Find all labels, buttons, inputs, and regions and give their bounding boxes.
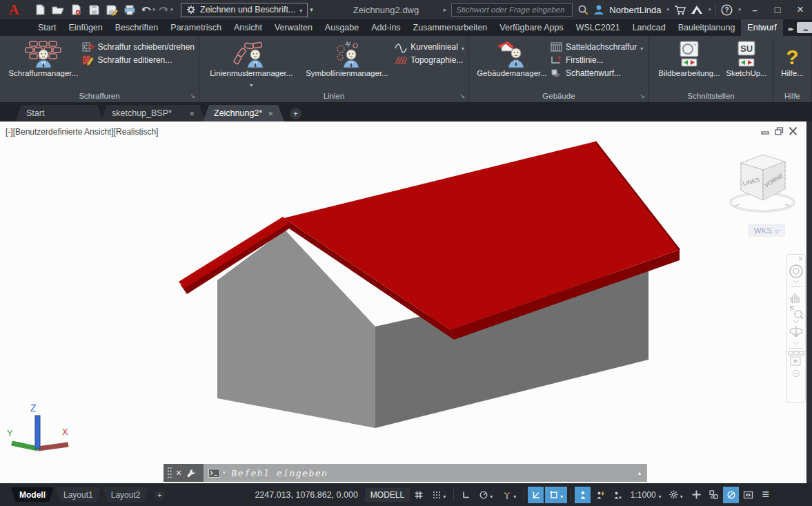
object-snap-button[interactable] bbox=[545, 487, 567, 503]
navbar-collapse-icon[interactable] bbox=[792, 369, 800, 378]
schraffuren-dialog-launcher-icon[interactable] bbox=[190, 90, 195, 101]
navigation-bar[interactable] bbox=[786, 254, 806, 403]
wcs-dropdown[interactable]: WKS bbox=[748, 224, 785, 237]
new-file-button[interactable] bbox=[32, 2, 48, 17]
object-snap-tracking-button[interactable] bbox=[528, 487, 544, 503]
gebaeudemanager-button[interactable]: Gebäudemanager... bbox=[473, 37, 551, 90]
viewport-minimize-icon[interactable] bbox=[761, 127, 770, 135]
bildbearbeitung-button[interactable]: Bildbearbeitung... bbox=[653, 37, 725, 90]
schraffur-move-rotate-button[interactable]: Schraffur schieben/drehen bbox=[82, 40, 195, 53]
zoom-icon[interactable] bbox=[789, 304, 804, 320]
cart-icon[interactable] bbox=[674, 5, 686, 15]
ribbon-tab-zusammenarbeiten[interactable]: Zusammenarbeiten bbox=[407, 19, 494, 36]
ribbon-tab-start[interactable]: Start bbox=[32, 19, 62, 36]
linienmustermanager-button[interactable]: Linienmustermanager... bbox=[204, 37, 299, 90]
autodesk-caret-icon[interactable]: ▾ bbox=[709, 7, 711, 12]
grid-display-button[interactable] bbox=[410, 487, 426, 503]
layout-tab-layout1[interactable]: Layout1 bbox=[55, 487, 101, 502]
annotation-autoscale-button[interactable] bbox=[592, 487, 608, 503]
undo-button[interactable]: ▾ bbox=[139, 2, 156, 17]
file-tab-start[interactable]: Start bbox=[15, 105, 103, 121]
new-layout-button[interactable] bbox=[154, 489, 165, 500]
topographie-button[interactable]: Topographie... bbox=[395, 53, 464, 66]
annotation-scale-value[interactable]: 1:1000 bbox=[626, 487, 662, 503]
kurvenlinieal-button[interactable]: Kurvenlinieal bbox=[395, 40, 464, 53]
command-input[interactable]: ▾ Befehl eingeben bbox=[204, 464, 647, 482]
scale-caret-icon[interactable] bbox=[659, 489, 662, 501]
workspace-expand-icon[interactable]: ▾ bbox=[310, 6, 313, 13]
ribbon-tab-bauleitplanung[interactable]: Bauleitplanung bbox=[672, 19, 742, 36]
orbit-icon[interactable] bbox=[789, 324, 804, 341]
house-3d-model[interactable] bbox=[0, 121, 812, 483]
navbar-close-icon[interactable] bbox=[789, 255, 804, 263]
save-as-button[interactable] bbox=[103, 2, 120, 17]
schattenwurf-button[interactable]: Schattenwurf... bbox=[551, 66, 643, 79]
ribbon-tab-einfuegen[interactable]: Einfügen bbox=[62, 19, 108, 36]
graphics-performance-button[interactable] bbox=[723, 487, 739, 503]
open-file-button[interactable] bbox=[50, 2, 66, 17]
model-space-button[interactable]: MODELL bbox=[365, 488, 410, 502]
orbit-caret-icon[interactable] bbox=[793, 341, 800, 346]
ribbon-tab-addins[interactable]: Add-ins bbox=[365, 19, 406, 36]
user-name[interactable]: NorbertLinda bbox=[609, 5, 661, 15]
workspace-switch-caret-icon[interactable] bbox=[680, 489, 683, 501]
pan-hand-icon[interactable] bbox=[789, 289, 804, 304]
autocad-logo-icon[interactable] bbox=[0, 0, 28, 19]
command-prompt-icon[interactable] bbox=[208, 469, 220, 478]
redo-dropdown-icon[interactable]: ▾ bbox=[170, 7, 173, 12]
command-line[interactable]: ▾ Befehl eingeben bbox=[164, 464, 647, 482]
showmotion-icon[interactable] bbox=[788, 351, 804, 369]
ucs-icon[interactable]: Z Y X bbox=[0, 400, 90, 469]
sketchup-button[interactable]: SU SketchUp... bbox=[725, 37, 768, 90]
command-line-grip[interactable] bbox=[164, 464, 204, 482]
hilfe-button[interactable]: Hilfe... bbox=[778, 37, 807, 90]
ribbon-cycle-icon[interactable] bbox=[789, 21, 793, 34]
viewport-controls-label[interactable]: [-][Benutzerdefinierte Ansicht][Realisti… bbox=[6, 127, 158, 137]
ortho-mode-button[interactable] bbox=[457, 487, 473, 503]
command-recent-caret-icon[interactable]: ▾ bbox=[223, 470, 226, 476]
annotation-scale-button[interactable] bbox=[609, 487, 625, 503]
plot-button[interactable] bbox=[121, 2, 138, 17]
viewcube-rotate-arrows[interactable] bbox=[734, 204, 791, 206]
save-button[interactable] bbox=[86, 2, 102, 17]
viewport-close-icon[interactable] bbox=[789, 127, 798, 135]
ribbon-tab-landcad[interactable]: Landcad bbox=[626, 19, 672, 36]
polar-caret-icon[interactable] bbox=[490, 489, 493, 501]
user-icon[interactable] bbox=[593, 4, 604, 15]
linien-dialog-launcher-icon[interactable] bbox=[459, 90, 465, 101]
autodesk-logo-icon[interactable] bbox=[691, 5, 703, 14]
schraffur-edit-button[interactable]: Schraffur editieren... bbox=[82, 53, 195, 66]
isodraft-caret-icon[interactable] bbox=[513, 489, 516, 501]
new-drawing-tab-button[interactable] bbox=[290, 108, 301, 119]
ribbon-tab-wslc2021[interactable]: WSLC2021 bbox=[570, 19, 626, 36]
redo-button[interactable]: ▾ bbox=[157, 2, 174, 17]
maximize-button[interactable] bbox=[769, 1, 786, 18]
polar-tracking-button[interactable] bbox=[475, 487, 497, 503]
annotation-visibility-button[interactable] bbox=[575, 487, 591, 503]
ribbon-display-button[interactable] bbox=[797, 22, 812, 33]
symbollinienmanager-button[interactable]: Symbollinienmanager... bbox=[299, 37, 395, 90]
close-button[interactable] bbox=[791, 1, 809, 18]
ribbon-tab-parametrisch[interactable]: Parametrisch bbox=[164, 19, 228, 36]
tab-close-icon[interactable] bbox=[268, 108, 273, 119]
help-caret-icon[interactable]: ▾ bbox=[738, 7, 741, 12]
snap-caret-icon[interactable] bbox=[443, 489, 446, 501]
layout-tab-modell[interactable]: Modell bbox=[11, 487, 54, 502]
snap-mode-button[interactable] bbox=[428, 487, 450, 503]
osnap-caret-icon[interactable] bbox=[560, 489, 563, 501]
tab-close-icon[interactable] bbox=[189, 108, 195, 119]
ribbon-tab-entwurf[interactable]: Entwurf bbox=[741, 19, 782, 36]
help-icon[interactable]: ? bbox=[721, 4, 733, 16]
steering-wheel-icon[interactable] bbox=[789, 263, 804, 280]
zoom-caret-icon[interactable] bbox=[793, 320, 800, 324]
customization-menu-button[interactable] bbox=[757, 487, 773, 503]
isometric-drafting-button[interactable] bbox=[498, 487, 520, 503]
minimize-button[interactable] bbox=[746, 1, 764, 18]
search-input[interactable] bbox=[451, 3, 573, 17]
user-caret-icon[interactable]: ▾ bbox=[666, 7, 669, 12]
ribbon-tab-verwalten[interactable]: Verwalten bbox=[268, 19, 319, 36]
search-icon[interactable] bbox=[577, 4, 588, 15]
command-customize-wrench-icon[interactable] bbox=[186, 468, 196, 478]
workspace-switching-button[interactable] bbox=[664, 487, 687, 503]
gebaeude-dialog-launcher-icon[interactable] bbox=[640, 90, 645, 101]
